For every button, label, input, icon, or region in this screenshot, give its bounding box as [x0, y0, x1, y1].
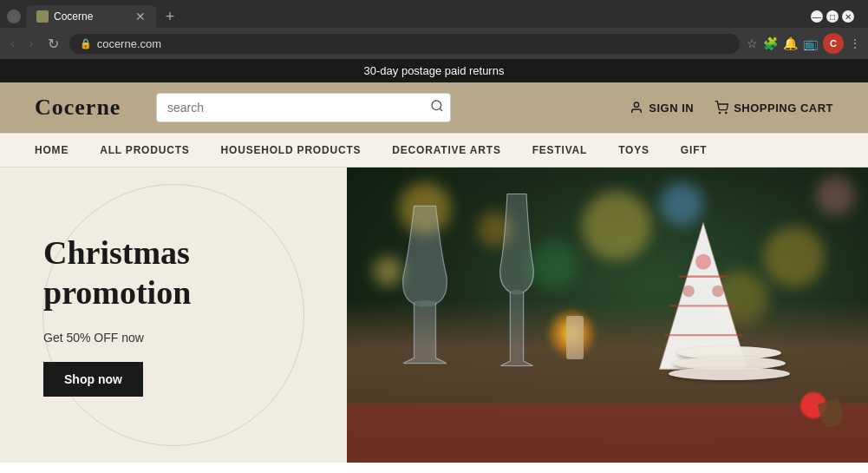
- lock-icon: 🔒: [80, 38, 92, 49]
- sign-in-label: SIGN IN: [649, 102, 694, 115]
- svg-point-5: [412, 300, 438, 307]
- search-button[interactable]: [430, 99, 444, 116]
- nav-item-toys[interactable]: TOYS: [603, 134, 665, 167]
- hero-title: Christmaspromotion: [43, 233, 303, 312]
- browser-actions: ☆ 🧩 🔔 📺 C ⋮: [747, 33, 861, 54]
- extensions-button[interactable]: 🧩: [763, 36, 778, 50]
- user-icon: [630, 101, 643, 115]
- profile-button[interactable]: C: [823, 33, 844, 54]
- shopping-cart-link[interactable]: SHOPPING CART: [715, 101, 833, 115]
- site-logo[interactable]: Cocerne: [35, 95, 139, 121]
- hero-subtitle: Get 50% OFF now: [43, 331, 303, 345]
- top-banner: 30-day postage paid returns: [0, 59, 868, 82]
- bookmark-button[interactable]: ☆: [747, 36, 758, 50]
- svg-point-3: [719, 112, 720, 113]
- search-input[interactable]: [156, 93, 451, 122]
- bokeh-3: [582, 191, 651, 260]
- maximize-button[interactable]: □: [826, 10, 839, 23]
- browser-icon: [7, 10, 21, 23]
- nav-item-decorative-arts[interactable]: DECORATIVE ARTS: [376, 134, 516, 167]
- hero-right-panel: [347, 168, 868, 463]
- tablecloth-red: [347, 404, 868, 463]
- tab-favicon: [36, 10, 49, 23]
- nav-item-household-products[interactable]: HOUSEHOLD PRODUCTS: [206, 134, 377, 167]
- svg-point-12: [682, 286, 695, 298]
- nav-item-home[interactable]: HOME: [35, 134, 84, 167]
- sign-in-link[interactable]: SIGN IN: [630, 101, 694, 115]
- nav-item-all-products[interactable]: ALL PRODUCTS: [84, 134, 205, 167]
- address-bar[interactable]: 🔒 cocerne.com: [69, 34, 740, 54]
- minimize-button[interactable]: —: [811, 10, 823, 23]
- site-nav: HOME ALL PRODUCTS HOUSEHOLD PRODUCTS DEC…: [0, 133, 868, 168]
- bokeh-5: [764, 227, 825, 287]
- svg-line-1: [440, 108, 442, 111]
- bokeh-6: [816, 176, 855, 215]
- nav-item-gift[interactable]: GIFT: [665, 134, 723, 167]
- notifications-button[interactable]: 🔔: [783, 36, 798, 50]
- tab-close-btn[interactable]: ✕: [135, 10, 146, 23]
- wine-glass-left: [373, 200, 477, 374]
- address-bar-row: ‹ › ↻ 🔒 cocerne.com ☆ 🧩 🔔 📺 C ⋮: [0, 28, 868, 59]
- svg-point-13: [712, 286, 724, 298]
- site-wrapper: 30-day postage paid returns Cocerne SIGN…: [0, 59, 868, 463]
- hero-left-panel: Christmaspromotion Get 50% OFF now Shop …: [0, 168, 347, 463]
- window-controls: — □ ✕: [811, 10, 861, 23]
- search-wrapper: [156, 93, 451, 122]
- close-button[interactable]: ✕: [842, 10, 854, 23]
- candle-body: [566, 316, 584, 359]
- svg-point-11: [695, 254, 711, 270]
- back-button[interactable]: ‹: [7, 34, 18, 53]
- plates-stack: [669, 346, 790, 380]
- cart-label: SHOPPING CART: [734, 102, 833, 115]
- svg-point-6: [509, 290, 525, 295]
- banner-text: 30-day postage paid returns: [364, 64, 505, 77]
- shop-now-button[interactable]: Shop now: [43, 362, 143, 397]
- menu-button[interactable]: ⋮: [849, 36, 861, 50]
- svg-point-4: [726, 112, 727, 113]
- url-text: cocerne.com: [97, 37, 161, 50]
- refresh-button[interactable]: ↻: [44, 34, 62, 54]
- forward-button[interactable]: ›: [25, 34, 36, 53]
- svg-point-2: [635, 102, 639, 107]
- header-actions: SIGN IN SHOPPING CART: [630, 101, 833, 115]
- cart-icon: [715, 101, 728, 115]
- hero-section: Christmaspromotion Get 50% OFF now Shop …: [0, 168, 868, 463]
- profile-avatar: C: [823, 33, 844, 54]
- wine-glass-center: [478, 189, 556, 380]
- site-header: Cocerne SIGN IN: [0, 82, 868, 133]
- christmas-scene: [347, 168, 868, 463]
- search-icon: [430, 99, 444, 113]
- tab-title: Cocerne: [54, 10, 93, 23]
- active-tab[interactable]: Cocerne ✕: [26, 5, 156, 28]
- cast-button[interactable]: 📺: [803, 36, 818, 50]
- nav-item-festival[interactable]: FESTIVAL: [517, 134, 604, 167]
- browser-chrome: Cocerne ✕ + — □ ✕ ‹ › ↻ 🔒 cocerne.com ☆ …: [0, 0, 868, 59]
- svg-point-0: [432, 101, 441, 110]
- new-tab-button[interactable]: +: [160, 6, 180, 27]
